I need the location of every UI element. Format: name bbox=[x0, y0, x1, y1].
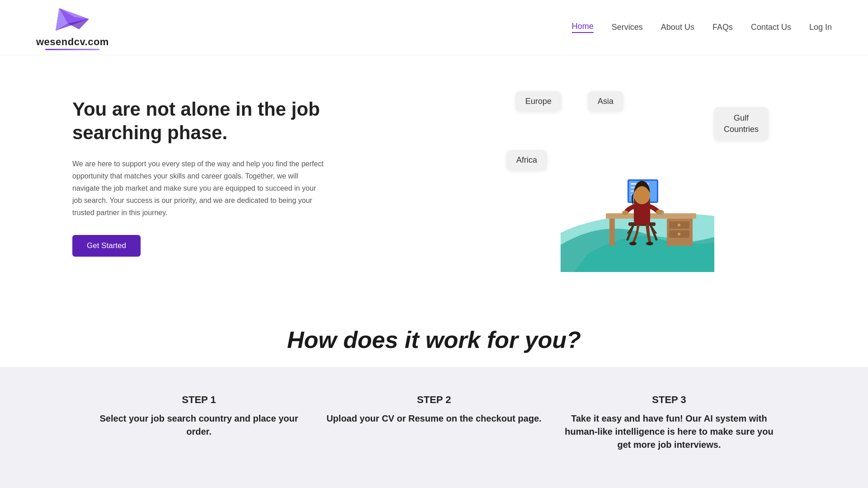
svg-rect-3 bbox=[609, 219, 615, 246]
hero-heading: You are not alone in the job searching p… bbox=[72, 98, 326, 145]
logo-icon bbox=[52, 5, 93, 36]
logo-area: wesendcv.com bbox=[36, 5, 109, 50]
bubble-gulf: GulfCountries bbox=[714, 107, 769, 141]
step-2-number: STEP 2 bbox=[326, 394, 542, 406]
logo-underline bbox=[45, 49, 99, 50]
svg-point-29 bbox=[622, 211, 628, 215]
svg-point-9 bbox=[678, 233, 680, 235]
hero-left: You are not alone in the job searching p… bbox=[72, 98, 326, 257]
step-3-description: Take it easy and have fun! Our AI system… bbox=[561, 412, 778, 451]
svg-point-8 bbox=[678, 224, 680, 226]
step-2: STEP 2 Upload your CV or Resume on the c… bbox=[326, 394, 542, 425]
hero-right: Europe Asia GulfCountries Africa bbox=[479, 82, 796, 272]
hero-section: You are not alone in the job searching p… bbox=[0, 55, 868, 299]
svg-point-25 bbox=[629, 242, 637, 245]
nav-faqs[interactable]: FAQs bbox=[712, 23, 733, 32]
nav-home[interactable]: Home bbox=[572, 22, 594, 33]
get-started-button[interactable]: Get Started bbox=[72, 235, 141, 257]
step-3-number: STEP 3 bbox=[561, 394, 778, 406]
nav-contact[interactable]: Contact Us bbox=[751, 23, 791, 32]
bubble-africa: Africa bbox=[506, 150, 547, 170]
how-section: How does it work for you? bbox=[0, 299, 868, 367]
step-1-number: STEP 1 bbox=[90, 394, 307, 406]
step-1: STEP 1 Select your job search country an… bbox=[90, 394, 307, 438]
main-nav: Home Services About Us FAQs Contact Us L… bbox=[572, 22, 832, 33]
svg-rect-27 bbox=[634, 202, 650, 225]
bubble-asia: Asia bbox=[588, 91, 623, 112]
svg-rect-2 bbox=[606, 213, 696, 219]
bubble-europe: Europe bbox=[515, 91, 561, 112]
step-3: STEP 3 Take it easy and have fun! Our AI… bbox=[561, 394, 778, 451]
steps-section: STEP 1 Select your job search country an… bbox=[0, 367, 868, 488]
nav-about[interactable]: About Us bbox=[661, 23, 694, 32]
hero-description: We are here to support you every step of… bbox=[72, 158, 326, 219]
how-title: How does it work for you? bbox=[9, 326, 859, 353]
svg-point-26 bbox=[646, 242, 653, 245]
svg-point-30 bbox=[656, 210, 662, 214]
desk-illustration bbox=[561, 118, 714, 272]
logo-text: wesendcv.com bbox=[36, 36, 109, 48]
step-1-description: Select your job search country and place… bbox=[90, 412, 307, 438]
nav-login[interactable]: Log In bbox=[809, 23, 832, 32]
nav-services[interactable]: Services bbox=[612, 23, 643, 32]
step-2-description: Upload your CV or Resume on the checkout… bbox=[326, 412, 542, 425]
header: wesendcv.com Home Services About Us FAQs… bbox=[0, 0, 868, 55]
